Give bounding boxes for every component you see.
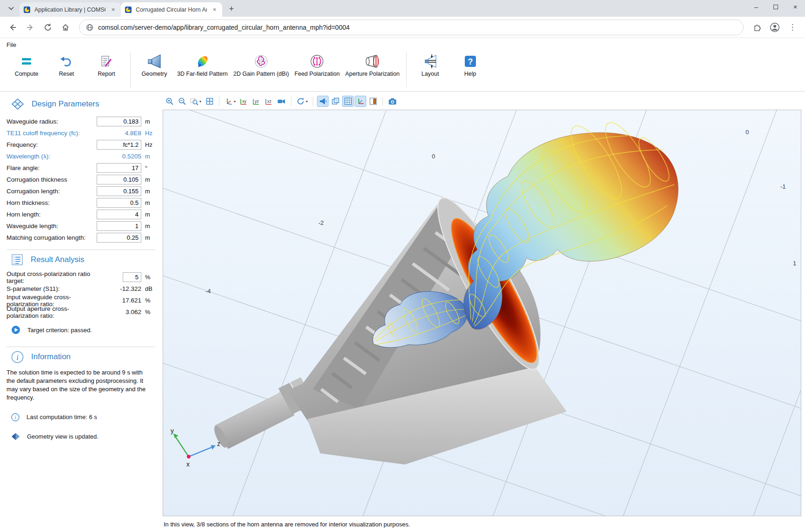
svg-text:i: i <box>14 414 16 420</box>
home-button[interactable] <box>58 20 73 35</box>
scene-light-button[interactable] <box>317 96 329 107</box>
reload-button[interactable] <box>40 20 56 35</box>
result-row: Output cross-polarization ratio target:% <box>7 271 157 283</box>
gain-2d-button[interactable]: 2D Gain Pattern (dBi) <box>231 51 292 78</box>
geometry-updated-icon <box>11 433 20 440</box>
result-label: Output aperture cross-polarization ratio… <box>7 305 97 319</box>
zoom-extents-button[interactable] <box>204 96 215 107</box>
screenshot-camera-icon <box>388 97 397 105</box>
aperture-polarization-button[interactable]: Aperture Polarization <box>343 51 402 78</box>
profile-icon <box>770 22 780 33</box>
feed-polarization-button[interactable]: Feed Polarization <box>292 51 343 78</box>
cross-polarization-target-input[interactable] <box>123 272 141 282</box>
home-icon <box>61 23 70 32</box>
yz-view-button[interactable]: yz <box>251 96 262 107</box>
window-minimize-button[interactable]: – <box>746 0 766 14</box>
waveguide-length-input[interactable] <box>97 221 141 231</box>
wavelength-value: 0.5205 <box>97 153 141 160</box>
xz-view-button[interactable]: xz <box>263 96 275 107</box>
horn-length-input[interactable] <box>97 210 141 219</box>
tab-search-button[interactable] <box>5 2 18 15</box>
param-unit: m <box>145 176 157 183</box>
section-divider <box>7 250 155 250</box>
svg-text:?: ? <box>468 57 473 66</box>
information-icon: i <box>11 351 24 363</box>
extensions-icon <box>753 23 761 32</box>
back-button[interactable] <box>5 20 20 35</box>
reset-icon <box>59 53 74 69</box>
param-unit: Hz <box>145 130 157 137</box>
report-button[interactable]: Report <box>86 51 126 78</box>
transparency-button[interactable] <box>330 96 341 107</box>
button-label: Geometry <box>142 71 167 78</box>
screenshot-button[interactable] <box>387 96 398 107</box>
forward-button[interactable] <box>22 20 38 35</box>
app-menubar: File <box>0 38 805 50</box>
help-button[interactable]: ? Help <box>450 51 490 78</box>
param-label: Waveguide radius: <box>7 118 97 125</box>
result-unit: % <box>145 309 157 315</box>
extensions-button[interactable] <box>749 20 765 35</box>
show-axis-orientation-button[interactable] <box>355 96 366 107</box>
button-label: 2D Gain Pattern (dBi) <box>233 71 289 78</box>
param-row: Waveguide length:m <box>7 220 157 232</box>
horn-thickness-input[interactable] <box>97 198 141 208</box>
xy-view-button[interactable]: xy <box>238 96 250 107</box>
param-row: Wavelength (λ):0.5205m <box>7 151 157 162</box>
browser-menu-button[interactable]: ⋮ <box>785 20 800 35</box>
feed-polarization-icon <box>309 53 325 69</box>
param-label: Waveguide length: <box>7 223 97 230</box>
compute-button[interactable]: Compute <box>7 51 46 78</box>
target-criterion-status: Target criterion: passed. <box>11 325 157 335</box>
url-bar[interactable]: comsol.com/server-demo/app/library_corru… <box>79 20 744 35</box>
tab-close-icon[interactable]: × <box>211 6 218 13</box>
antenna-3d-viewport[interactable]: 0 -2 -4 0 -1 1 <box>163 110 801 516</box>
new-tab-button[interactable]: + <box>225 2 238 15</box>
flare-angle-input[interactable] <box>97 163 141 173</box>
window-close-button[interactable]: × <box>785 0 805 14</box>
section-divider <box>7 347 155 347</box>
rotate-view-button[interactable]: ▾ <box>295 96 309 107</box>
corrugation-length-input[interactable] <box>97 186 141 196</box>
toolbar-separator <box>383 97 383 106</box>
param-label: Corrugation length: <box>7 188 97 195</box>
param-row: Corrugation length:m <box>7 185 157 197</box>
view-camera-button[interactable] <box>276 96 287 107</box>
section-title: Result Analysis <box>31 255 84 264</box>
file-menu[interactable]: File <box>7 41 16 48</box>
geometry-button[interactable]: Geometry <box>134 51 174 78</box>
tab-horn-antenna[interactable]: Corrugated Circular Horn Anten × <box>121 2 222 17</box>
tab-application-library[interactable]: Application Library | COMSOL S × <box>20 2 121 17</box>
graphics-area: ▾ ▾ xy yz xz ▾ <box>161 92 805 532</box>
zoom-out-button[interactable] <box>176 96 188 107</box>
app-content: Design Parameters Waveguide radius:m TE1… <box>0 91 805 532</box>
zoom-box-button[interactable]: ▾ <box>189 96 203 107</box>
color-legend-button[interactable] <box>367 96 379 107</box>
waveguide-radius-input[interactable] <box>97 117 141 126</box>
far-field-3d-button[interactable]: 3D Far-field Pattern <box>174 51 231 78</box>
info-circle-icon: i <box>11 413 20 421</box>
aperture-polarization-icon <box>364 53 380 69</box>
color-legend-icon <box>369 97 377 105</box>
last-computation-row: i Last computation time: 6 s <box>11 413 157 421</box>
dropdown-arrow-icon: ▾ <box>306 99 308 104</box>
matching-corrugation-length-input[interactable] <box>97 233 141 243</box>
param-row: Waveguide radius:m <box>7 116 157 127</box>
profile-button[interactable] <box>767 20 783 35</box>
zoom-in-button[interactable] <box>164 96 175 107</box>
corrugation-thickness-input[interactable] <box>97 175 141 184</box>
geometry-horn-icon <box>146 53 162 69</box>
show-grid-button[interactable] <box>342 96 354 107</box>
tab-title: Application Library | COMSOL S <box>34 7 106 13</box>
layout-button[interactable]: Layout <box>410 51 450 78</box>
back-icon <box>8 23 17 32</box>
grid-icon <box>344 97 352 105</box>
triad-label-x: x <box>186 460 190 468</box>
tab-close-icon[interactable]: × <box>109 6 117 13</box>
axis-tick: -1 <box>780 183 786 190</box>
window-maximize-button[interactable] <box>766 0 785 14</box>
reset-button[interactable]: Reset <box>46 51 86 78</box>
frequency-input[interactable] <box>97 140 141 150</box>
default-view-button[interactable]: ▾ <box>223 96 237 107</box>
result-unit: % <box>145 274 157 281</box>
